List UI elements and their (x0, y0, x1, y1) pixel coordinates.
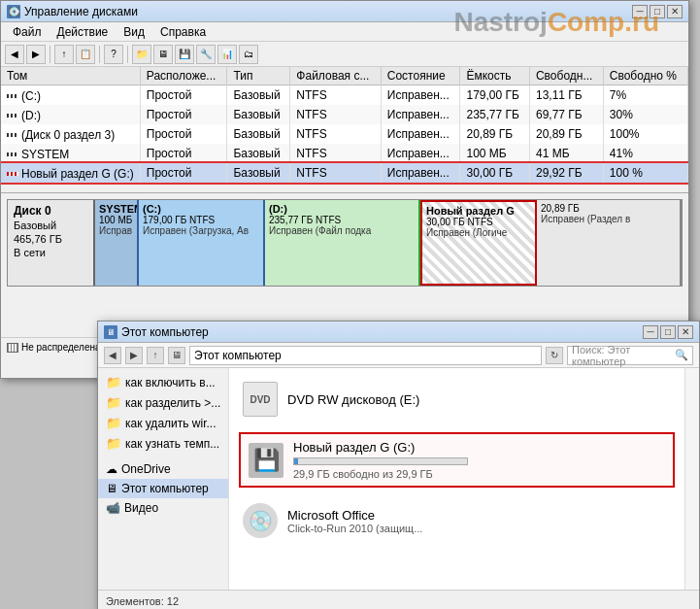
cell-capacity: 20,89 ГБ (460, 124, 530, 144)
menu-help[interactable]: Справка (152, 23, 214, 41)
table-row[interactable]: (D:) Простой Базовый NTFS Исправен... 23… (1, 105, 688, 124)
cell-free: 41 МБ (529, 144, 603, 163)
sidebar-item-video[interactable]: 📹 Видео (98, 498, 228, 518)
cell-capacity: 30,00 ГБ (460, 163, 530, 183)
menu-file[interactable]: Файл (5, 23, 50, 41)
separator-1 (50, 46, 50, 63)
btn-3[interactable]: 💾 (175, 45, 194, 64)
cell-capacity: 100 МБ (460, 144, 530, 163)
partition-system-name: SYSTEM (99, 203, 133, 215)
stripe-icon (7, 152, 18, 156)
office-info: Microsoft Office Click-to-Run 2010 (защи… (287, 508, 422, 534)
btn-4[interactable]: 🔧 (196, 45, 216, 64)
drive-g[interactable]: 💾 Новый раздел G (G:) 29,9 ГБ свободно и… (239, 432, 675, 488)
table-row[interactable]: (C:) Простой Базовый NTFS Исправен... 17… (1, 85, 688, 106)
sidebar-label-1: как включить в... (125, 376, 216, 389)
cell-free: 20,89 ГБ (529, 124, 603, 144)
up-button[interactable]: ↑ (54, 45, 74, 64)
drive-dvd[interactable]: DVD DVD RW дисковод (E:) (239, 378, 675, 421)
sidebar-item-3[interactable]: 📁 как удалить wir... (98, 413, 228, 433)
partition-g-info: Исправен (Логиче (426, 227, 531, 238)
cell-status: Исправен... (381, 85, 460, 106)
sidebar-label-2: как разделить >... (125, 396, 220, 410)
nav-forward[interactable]: ▶ (125, 347, 143, 364)
explorer-main: DVD DVD RW дисковод (E:) 💾 Новый раздел … (229, 368, 684, 590)
scroll-right[interactable] (684, 368, 699, 590)
cell-free-pct: 41% (603, 144, 687, 163)
forward-button[interactable]: ▶ (26, 45, 46, 64)
folder-icon-2: 📁 (106, 395, 121, 410)
cell-free-pct: 100 % (603, 163, 687, 183)
partition-g[interactable]: Новый раздел G 30,00 ГБ NTFS Исправен (Л… (420, 200, 537, 286)
nav-up[interactable]: ↑ (147, 347, 164, 364)
close-button[interactable]: ✕ (667, 5, 683, 18)
stripe-red-icon (7, 172, 18, 176)
btn-2[interactable]: 🖥 (153, 45, 173, 64)
legend-unalloc-label: Не распределена (21, 342, 101, 353)
folder-icon-3: 📁 (106, 416, 121, 430)
partition-unalloc[interactable]: 20,89 ГБ Исправен (Раздел в (537, 200, 682, 286)
dvd-info: DVD RW дисковод (E:) (287, 392, 419, 407)
sidebar-item-4[interactable]: 📁 как узнать темп... (98, 433, 228, 454)
stripe-icon (7, 94, 18, 98)
partition-c[interactable]: (C:) 179,00 ГБ NTFS Исправен (Загрузка, … (139, 200, 265, 286)
address-text: Этот компьютер (194, 349, 282, 362)
table-row[interactable]: SYSTEM Простой Базовый NTFS Исправен... … (1, 144, 688, 163)
partition-d[interactable]: (D:) 235,77 ГБ NTFS Исправен (Файл подка (265, 200, 420, 286)
help-button[interactable]: ? (104, 45, 123, 64)
address-path[interactable]: Этот компьютер (189, 346, 542, 365)
window-controls: ─ □ ✕ (632, 5, 683, 18)
back-button[interactable]: ◀ (5, 45, 24, 64)
menu-view[interactable]: Вид (116, 23, 152, 41)
table-row[interactable]: Новый раздел G (G:) Простой Базовый NTFS… (1, 163, 688, 183)
g-drive-icon: 💾 (249, 443, 283, 478)
explorer-title-bar: 🖥 Этот компьютер ─ □ ✕ (98, 321, 699, 343)
menu-bar: Файл Действие Вид Справка (1, 22, 688, 42)
cell-free-pct: 7% (603, 85, 687, 106)
legend-unalloc-box (7, 343, 18, 353)
menu-action[interactable]: Действие (50, 23, 117, 41)
partition-d-name: (D:) (269, 203, 415, 215)
disk-0-row: Диск 0 Базовый 465,76 ГБ В сети SYSTEM 1… (7, 199, 683, 287)
btn-5[interactable]: 📊 (217, 45, 237, 64)
address-bar: ◀ ▶ ↑ 🖥 Этот компьютер ↻ Поиск: Этот ком… (98, 343, 699, 368)
cell-free: 69,77 ГБ (529, 105, 603, 124)
partition-system[interactable]: SYSTEM 100 МБ Исправ (95, 200, 139, 286)
sidebar-item-this-pc[interactable]: 🖥 Этот компьютер (98, 479, 228, 498)
nav-computer[interactable]: 🖥 (168, 347, 185, 364)
btn-6[interactable]: 🗂 (239, 45, 258, 64)
nav-back[interactable]: ◀ (104, 347, 121, 364)
partition-d-size: 235,77 ГБ NTFS (269, 215, 415, 225)
status-text: Элементов: 12 (106, 595, 179, 607)
search-icon[interactable]: 🔍 (675, 349, 688, 361)
minimize-button[interactable]: ─ (632, 5, 648, 18)
explorer-close[interactable]: ✕ (678, 325, 693, 339)
drive-office[interactable]: 💿 Microsoft Office Click-to-Run 2010 (за… (239, 499, 675, 542)
cell-volume: (C:) (1, 85, 140, 106)
btn-1[interactable]: 📁 (132, 45, 151, 64)
search-box[interactable]: Поиск: Этот компьютер 🔍 (567, 346, 693, 365)
cell-fs: NTFS (290, 163, 381, 183)
cell-status: Исправен... (381, 163, 460, 183)
partition-system-info: Исправ (99, 225, 133, 236)
explorer-maximize[interactable]: □ (660, 325, 676, 339)
table-row[interactable]: (Диск 0 раздел 3) Простой Базовый NTFS И… (1, 124, 688, 144)
table-header-row: Том Расположе... Тип Файловая с... Состо… (1, 67, 688, 85)
separator-3 (127, 46, 128, 63)
sidebar-item-onedrive[interactable]: ☁ OneDrive (98, 459, 228, 479)
sidebar-item-2[interactable]: 📁 как разделить >... (98, 392, 228, 413)
cell-type: Базовый (227, 124, 290, 144)
properties-button[interactable]: 📋 (76, 45, 95, 64)
sidebar-item-1[interactable]: 📁 как включить в... (98, 372, 228, 392)
g-drive-name: Новый раздел G (G:) (293, 440, 468, 455)
disk-visual-area: Диск 0 Базовый 465,76 ГБ В сети SYSTEM 1… (1, 193, 688, 337)
office-icon: 💿 (243, 503, 278, 538)
col-fs: Файловая с... (290, 67, 381, 85)
explorer-controls: ─ □ ✕ (643, 325, 693, 339)
nav-refresh[interactable]: ↻ (546, 347, 563, 364)
explorer-minimize[interactable]: ─ (643, 325, 658, 339)
maximize-button[interactable]: □ (650, 5, 665, 18)
cell-status: Исправен... (381, 144, 460, 163)
sidebar-label-video: Видео (124, 501, 158, 515)
cell-free: 13,11 ГБ (529, 85, 603, 106)
